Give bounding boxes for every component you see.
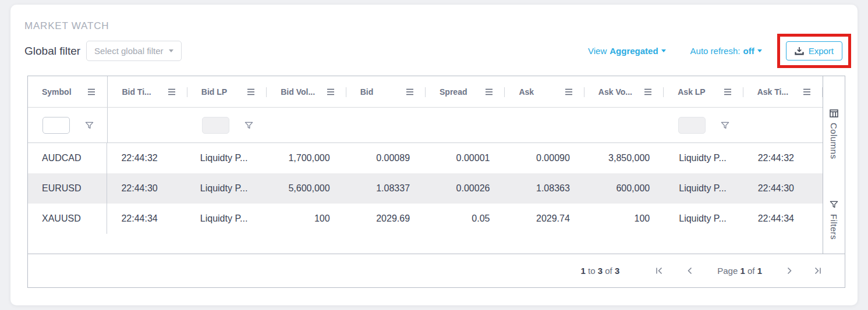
filter-cell-bid-ti bbox=[108, 108, 187, 142]
view-mode-dropdown[interactable]: View Aggregated bbox=[588, 46, 666, 56]
column-header-ask[interactable]: Ask bbox=[505, 76, 584, 107]
table-cell-ask-lp: Liquidty P... bbox=[665, 173, 743, 204]
funnel-icon[interactable] bbox=[85, 121, 94, 130]
filter-cell-symbol bbox=[28, 108, 108, 142]
pager-controls: Page 1 of 1 bbox=[656, 266, 821, 276]
column-menu-icon[interactable] bbox=[87, 88, 95, 95]
filter-input-bid-lp bbox=[202, 117, 229, 134]
table-cell-bid-vol: 100 bbox=[265, 204, 345, 234]
filter-cell-ask-ti bbox=[743, 108, 823, 142]
table-cell-bid-ti: 22:44:34 bbox=[107, 204, 186, 234]
filter-cell-bid-lp bbox=[187, 108, 267, 142]
filter-cell-bid-vol bbox=[267, 108, 346, 142]
column-header-bid-vol[interactable]: Bid Vol... bbox=[267, 76, 346, 107]
column-header-ask-ti[interactable]: Ask Ti... bbox=[743, 76, 823, 107]
column-header-bid-ti[interactable]: Bid Ti... bbox=[108, 76, 187, 107]
range-total: 3 bbox=[615, 266, 619, 276]
column-header-spread[interactable]: Spread bbox=[426, 76, 505, 107]
column-header-label: Spread bbox=[440, 87, 467, 97]
range-to-word: to bbox=[588, 266, 596, 276]
table-filter-row bbox=[28, 108, 823, 143]
global-filter-group: Global filter Select global filter bbox=[24, 41, 182, 61]
filter-cell-ask-lp bbox=[664, 108, 743, 142]
global-filter-select[interactable]: Select global filter bbox=[86, 41, 181, 61]
grid-body-area: SymbolBid Ti...Bid LPBid Vol...BidSpread… bbox=[28, 76, 845, 254]
table-cell-spread: 0.00026 bbox=[425, 173, 505, 204]
grid-main: SymbolBid Ti...Bid LPBid Vol...BidSpread… bbox=[28, 76, 823, 254]
column-header-symbol[interactable]: Symbol bbox=[28, 76, 108, 107]
table-row[interactable]: XAUUSD22:44:34Liquidty P...1002029.690.0… bbox=[28, 204, 823, 234]
page-word: Page bbox=[717, 266, 738, 276]
table-cell-ask-ti: 22:44:34 bbox=[744, 204, 823, 234]
caret-down-icon bbox=[757, 49, 762, 52]
global-filter-label: Global filter bbox=[24, 45, 80, 58]
table-cell-ask-vo: 3,850,000 bbox=[585, 143, 665, 173]
column-menu-icon[interactable] bbox=[724, 88, 732, 95]
panel-title: MARKET WATCH bbox=[24, 20, 109, 32]
table-cell-ask-ti: 22:44:32 bbox=[744, 143, 823, 173]
export-button[interactable]: Export bbox=[786, 41, 842, 60]
global-filter-selected-value: Select global filter bbox=[94, 46, 163, 56]
column-header-label: Bid Ti... bbox=[122, 87, 151, 97]
auto-refresh-dropdown[interactable]: Auto refresh: off bbox=[690, 46, 762, 56]
column-menu-icon[interactable] bbox=[168, 88, 176, 95]
sidebar-columns-button[interactable]: Columns bbox=[829, 109, 839, 159]
last-page-button[interactable] bbox=[814, 267, 821, 275]
view-label: View bbox=[588, 46, 607, 56]
column-header-ask-vo[interactable]: Ask Vo... bbox=[584, 76, 664, 107]
column-menu-icon[interactable] bbox=[485, 88, 493, 95]
table-cell-ask-lp: Liquidty P... bbox=[665, 204, 743, 234]
funnel-icon bbox=[830, 200, 838, 209]
table-cell-bid: 2029.69 bbox=[345, 204, 425, 234]
table-cell-bid-vol: 1,700,000 bbox=[265, 143, 345, 173]
toolbar-actions: View Aggregated Auto refresh: off Export bbox=[588, 34, 851, 68]
sidebar-filters-label: Filters bbox=[829, 214, 839, 240]
table-rows: AUDCAD22:44:32Liquidty P...1,700,0000.00… bbox=[28, 143, 823, 234]
page-current: 1 bbox=[740, 266, 745, 276]
table-cell-spread: 0.00001 bbox=[425, 143, 505, 173]
table-row[interactable]: EURUSD22:44:30Liquidty P...5,600,0001.08… bbox=[28, 173, 823, 204]
column-header-ask-lp[interactable]: Ask LP bbox=[664, 76, 743, 107]
column-header-label: Ask bbox=[519, 87, 534, 97]
column-menu-icon[interactable] bbox=[406, 88, 414, 95]
table-columns-icon bbox=[830, 109, 838, 117]
table-cell-ask-ti: 22:44:30 bbox=[744, 173, 823, 204]
table-cell-spread: 0.05 bbox=[425, 204, 505, 234]
table-row[interactable]: AUDCAD22:44:32Liquidty P...1,700,0000.00… bbox=[28, 143, 823, 173]
auto-refresh-label: Auto refresh: bbox=[690, 46, 741, 56]
first-page-button[interactable] bbox=[656, 267, 663, 275]
pagination-bar: 1 to 3 of 3 Page 1 of 1 bbox=[28, 254, 845, 287]
next-page-button[interactable] bbox=[785, 267, 793, 275]
table-cell-bid-lp: Liquidty P... bbox=[186, 204, 265, 234]
funnel-icon[interactable] bbox=[721, 121, 729, 130]
filter-cell-spread bbox=[426, 108, 505, 142]
range-from: 1 bbox=[580, 266, 585, 276]
column-header-label: Bid Vol... bbox=[281, 87, 315, 97]
sidebar-columns-label: Columns bbox=[829, 123, 839, 159]
column-menu-icon[interactable] bbox=[247, 88, 255, 95]
filter-cell-ask-vo bbox=[584, 108, 664, 142]
table-cell-ask: 1.08363 bbox=[505, 173, 584, 204]
table-cell-ask-vo: 600,000 bbox=[585, 173, 665, 204]
previous-page-button[interactable] bbox=[686, 267, 694, 275]
sidebar-filters-button[interactable]: Filters bbox=[829, 200, 839, 240]
grid-empty-area bbox=[28, 234, 823, 254]
table-cell-symbol: XAUUSD bbox=[28, 204, 107, 234]
toolbar: Global filter Select global filter View … bbox=[24, 33, 851, 69]
row-range-summary: 1 to 3 of 3 bbox=[580, 266, 619, 276]
column-menu-icon[interactable] bbox=[803, 88, 811, 95]
column-header-label: Symbol bbox=[42, 87, 72, 97]
grid-sidebar: Columns Filters bbox=[823, 76, 845, 254]
column-header-bid-lp[interactable]: Bid LP bbox=[187, 76, 267, 107]
table-cell-bid-ti: 22:44:32 bbox=[107, 143, 186, 173]
column-menu-icon[interactable] bbox=[644, 88, 652, 95]
column-header-bid[interactable]: Bid bbox=[346, 76, 426, 107]
funnel-icon[interactable] bbox=[245, 121, 253, 130]
column-menu-icon[interactable] bbox=[565, 88, 573, 95]
export-label: Export bbox=[809, 46, 834, 56]
column-header-label: Ask Ti... bbox=[757, 87, 788, 97]
table-cell-ask-lp: Liquidty P... bbox=[665, 143, 743, 173]
filter-input-symbol[interactable] bbox=[42, 117, 70, 134]
column-menu-icon[interactable] bbox=[327, 88, 335, 95]
table-cell-bid-vol: 5,600,000 bbox=[265, 173, 345, 204]
